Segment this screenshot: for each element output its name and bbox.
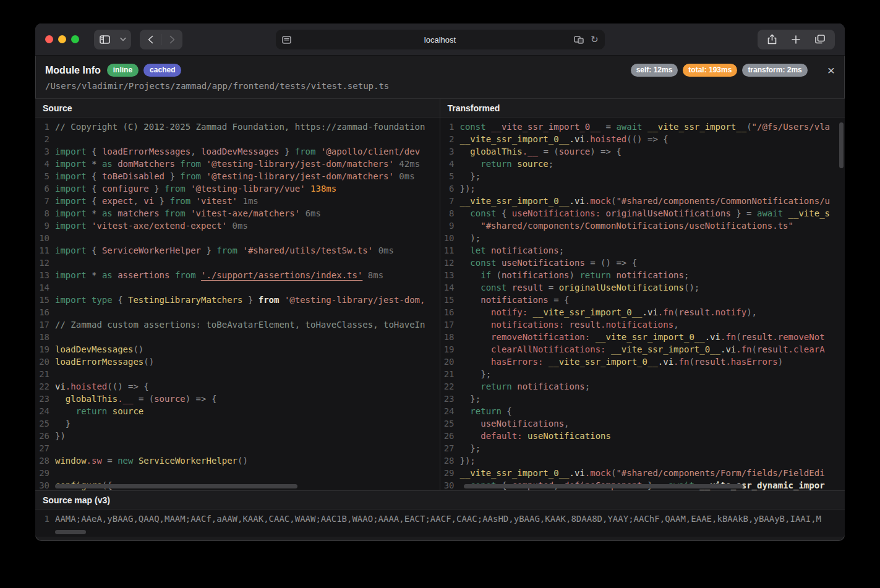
line-number: 3 (35, 145, 55, 158)
line-number: 27 (35, 442, 55, 454)
source-horizontal-scrollbar[interactable] (55, 484, 297, 488)
line-number: 21 (35, 368, 55, 380)
code-line: 2__vite_ssr_import_0__.vi.hoisted(() => … (440, 133, 845, 145)
translate-icon[interactable] (574, 36, 584, 44)
code-line: 25 useNotifications, (440, 417, 845, 430)
module-link[interactable]: './support/assertions/index.ts' (201, 270, 362, 280)
line-number: 4 (440, 158, 460, 170)
line-number: 19 (35, 343, 55, 356)
transformed-vertical-scrollbar[interactable] (839, 122, 844, 168)
line-number: 23 (440, 393, 460, 405)
code-line: 14 const result = originalUseNotificatio… (440, 281, 845, 294)
code-line: 15 notifications = { (440, 294, 845, 306)
code-line: 19 clearAllNotifications: __vite_ssr_imp… (440, 343, 845, 356)
line-number: 9 (440, 219, 460, 232)
window-actions-group (758, 30, 835, 49)
code-line: 16 notify: __vite_ssr_import_0__.vi.fn(r… (440, 306, 845, 318)
line-number: 22 (35, 380, 55, 393)
traffic-light-zoom[interactable] (71, 35, 79, 43)
line-number: 11 (35, 244, 55, 257)
line-number: 1 (440, 121, 460, 133)
code-line: 23 }; (440, 393, 845, 405)
sidebar-dropdown-button[interactable] (115, 30, 131, 49)
sourcemap-horizontal-scrollbar[interactable] (55, 530, 86, 534)
new-tab-icon[interactable] (792, 35, 800, 44)
code-line: 29 (35, 467, 440, 479)
module-badge: inline (107, 64, 139, 77)
line-number: 12 (440, 257, 460, 269)
transformed-code-area[interactable]: 1const __vite_ssr_import_0__ = await __v… (440, 117, 845, 490)
traffic-light-minimize[interactable] (58, 35, 66, 43)
close-icon[interactable]: × (827, 66, 835, 75)
module-info-header: Module Info inlinecached self: 12mstotal… (35, 56, 845, 98)
code-line: 24 return source (35, 405, 440, 417)
code-line: 11 let notifications; (440, 244, 845, 257)
code-line: 11import { ServiceWorkerHelper } from '#… (35, 244, 440, 257)
line-number: 28 (440, 454, 460, 467)
sourcemap-mappings: AAMA;AAeA,yBAAG,QAAQ,MAAM;AACf,aAAW,KAAK… (55, 513, 821, 525)
code-line: 3 globalThis.__ = (source) => { (440, 145, 845, 158)
code-line: 18 (35, 331, 440, 343)
reader-icon[interactable] (282, 36, 291, 44)
line-number: 17 (35, 318, 55, 331)
timing-badge: total: 193ms (683, 64, 737, 77)
line-number: 20 (35, 356, 55, 368)
code-line: 5 }; (440, 170, 845, 182)
line-number: 10 (35, 232, 55, 244)
line-number: 13 (35, 269, 55, 281)
line-number: 12 (35, 257, 55, 269)
code-line: 9import 'vitest-axe/extend-expect' 0ms (35, 219, 440, 232)
line-number: 15 (440, 294, 460, 306)
reload-icon[interactable]: ↻ (591, 34, 599, 45)
sidebar-icon (100, 35, 110, 44)
source-code-area[interactable]: 1// Copyright (C) 2012-2025 Zammad Found… (35, 117, 440, 490)
timing-badge: transform: 2ms (742, 64, 807, 77)
tab-overview-icon[interactable] (815, 35, 825, 44)
code-line: 20loadErrorMessages() (35, 356, 440, 368)
code-line: 28}); (440, 454, 845, 467)
timing-badges: self: 12mstotal: 193mstransform: 2ms (631, 64, 808, 77)
transformed-horizontal-scrollbar[interactable] (464, 484, 743, 488)
traffic-light-close[interactable] (45, 35, 53, 43)
code-line: 10 ); (440, 232, 845, 244)
address-bar[interactable]: localhost ↻ (276, 30, 605, 49)
code-line: 4import * as domMatchers from '@testing-… (35, 158, 440, 170)
line-number: 16 (35, 306, 55, 318)
line-number: 1 (35, 121, 55, 133)
code-panels: Source 1// Copyright (C) 2012-2025 Zamma… (35, 98, 845, 490)
code-line: 26 default: useNotifications (440, 430, 845, 442)
code-line: 29__vite_ssr_import_0__.vi.mock("#shared… (440, 467, 845, 479)
browser-titlebar: localhost ↻ (35, 23, 845, 56)
code-line: 20 hasErrors: __vite_ssr_import_0__.vi.f… (440, 356, 845, 368)
line-number: 30 (440, 479, 460, 490)
code-line: 27 (35, 442, 440, 454)
line-number: 29 (35, 467, 55, 479)
code-line: 10 (35, 232, 440, 244)
code-line: 9 "#shared/components/CommonNotification… (440, 219, 845, 232)
browser-window: localhost ↻ (35, 23, 845, 541)
chevron-right-icon (169, 35, 175, 44)
line-number: 28 (35, 454, 55, 467)
line-number: 22 (440, 380, 460, 393)
line-number: 6 (35, 182, 55, 195)
back-button[interactable] (140, 30, 161, 49)
share-icon[interactable] (767, 34, 777, 45)
code-line: 21 }; (440, 368, 845, 380)
code-line: 15import type { TestingLibraryMatchers }… (35, 294, 440, 306)
line-number: 18 (440, 331, 460, 343)
line-number: 3 (440, 145, 460, 158)
line-number: 25 (440, 417, 460, 430)
line-number: 7 (440, 195, 460, 207)
line-number: 11 (440, 244, 460, 257)
source-panel-title: Source (35, 99, 440, 117)
forward-button[interactable] (161, 30, 182, 49)
line-number: 23 (35, 393, 55, 405)
code-line: 25 } (35, 417, 440, 430)
code-line: 18 removeNotification: __vite_ssr_import… (440, 331, 845, 343)
code-line: 3import { loadErrorMessages, loadDevMess… (35, 145, 440, 158)
sidebar-toggle-button[interactable] (94, 30, 115, 49)
code-line: 14 (35, 281, 440, 294)
code-line: 17 notifications: result.notifications, (440, 318, 845, 331)
line-number: 15 (35, 294, 55, 306)
code-line: 1// Copyright (C) 2012-2025 Zammad Found… (35, 121, 440, 133)
